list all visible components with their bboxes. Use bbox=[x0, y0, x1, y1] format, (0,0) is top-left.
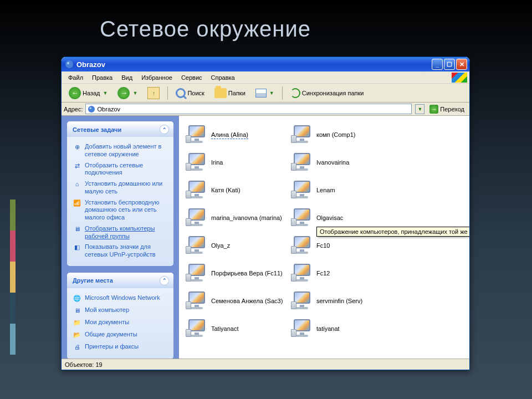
menu-favorites[interactable]: Избранное bbox=[137, 73, 177, 83]
address-value: Obrazov bbox=[98, 106, 121, 112]
computer-icon bbox=[187, 264, 207, 284]
place-printers[interactable]: 🖨Принтеры и факсы bbox=[73, 341, 169, 354]
computer-item[interactable]: Tatiyanact bbox=[185, 315, 290, 343]
menu-help[interactable]: Справка bbox=[207, 73, 239, 83]
workgroup-icon: 🖥 bbox=[73, 225, 81, 234]
views-dropdown-icon[interactable]: ▼ bbox=[269, 90, 274, 96]
sync-button[interactable]: Синхронизация папки bbox=[287, 86, 368, 100]
task-setup-wireless[interactable]: 📶Установить беспроводную домашнюю сеть и… bbox=[73, 197, 169, 223]
task-add-network-place[interactable]: ⊕Добавить новый элемент в сетевое окруже… bbox=[73, 141, 169, 160]
sync-icon bbox=[290, 88, 300, 98]
computer-icon bbox=[187, 319, 207, 339]
views-button[interactable]: ▼ bbox=[252, 87, 278, 99]
network-tasks-panel: Сетевые задачи ⌃ ⊕Добавить новый элемент… bbox=[67, 121, 173, 266]
search-icon bbox=[176, 88, 186, 98]
menu-edit[interactable]: Правка bbox=[88, 73, 117, 83]
place-my-documents[interactable]: 📁Мои документы bbox=[73, 317, 169, 329]
close-button[interactable]: ✕ bbox=[456, 59, 467, 70]
menu-tools[interactable]: Сервис bbox=[177, 73, 207, 83]
maximize-button[interactable]: ☐ bbox=[444, 59, 455, 70]
back-label: Назад bbox=[83, 90, 100, 96]
computer-item[interactable]: Семенова Анжела (Sac3) bbox=[185, 288, 290, 315]
computer-label: Lenam bbox=[316, 187, 335, 194]
upnp-icon: ◧ bbox=[73, 243, 81, 252]
toolbar-separator bbox=[282, 86, 283, 100]
chevron-up-icon[interactable]: ⌃ bbox=[160, 276, 169, 285]
file-list-area[interactable]: Алина (Alina)комп (Comp1)IrinaIvanovairi… bbox=[179, 116, 469, 359]
home-network-icon: ⌂ bbox=[73, 180, 81, 189]
back-dropdown-icon[interactable]: ▼ bbox=[103, 90, 108, 96]
computer-icon bbox=[187, 208, 207, 228]
other-places-panel: Другие места ⌃ 🌐Microsoft Windows Networ… bbox=[67, 273, 173, 359]
sync-label: Синхронизация папки bbox=[302, 90, 364, 96]
back-button[interactable]: ← Назад ▼ bbox=[65, 85, 111, 101]
panel-header[interactable]: Другие места ⌃ bbox=[67, 273, 173, 288]
menu-view[interactable]: Вид bbox=[117, 73, 137, 83]
computer-label: marina_ivanovna (marina) bbox=[211, 214, 282, 222]
slide-title: Сетевое окружение bbox=[0, 0, 532, 47]
computer-item[interactable]: servminfin (Serv) bbox=[290, 288, 395, 315]
computer-label: Fc12 bbox=[316, 270, 330, 277]
computer-item[interactable]: Порфирьева Вера (Fc11) bbox=[185, 260, 290, 288]
forward-dropdown-icon[interactable]: ▼ bbox=[132, 90, 137, 96]
task-show-connections[interactable]: ⇄Отобразить сетевые подключения bbox=[73, 160, 169, 179]
computer-label: Порфирьева Вера (Fc11) bbox=[211, 270, 283, 277]
computer-item[interactable]: комп (Comp1) bbox=[290, 121, 395, 149]
tooltip: Отображение компьютеров, принадлежащих т… bbox=[316, 227, 469, 237]
computer-icon bbox=[292, 264, 312, 284]
computer-icon bbox=[187, 125, 207, 145]
address-input[interactable]: Obrazov bbox=[85, 104, 412, 114]
go-label: Переход bbox=[440, 106, 464, 112]
network-places-icon bbox=[65, 60, 74, 69]
place-windows-network[interactable]: 🌐Microsoft Windows Network bbox=[73, 293, 169, 305]
forward-arrow-icon: → bbox=[117, 87, 130, 99]
forward-button[interactable]: → ▼ bbox=[114, 85, 141, 101]
up-button[interactable]: ↑ bbox=[144, 85, 163, 101]
svg-point-3 bbox=[89, 107, 91, 109]
views-icon bbox=[255, 89, 267, 98]
task-show-upnp[interactable]: ◧Показывать значки для сетевых UPnP-устр… bbox=[73, 242, 169, 260]
windows-flag-icon bbox=[452, 73, 467, 83]
menu-file[interactable]: Файл bbox=[64, 73, 88, 83]
task-view-workgroup[interactable]: 🖥Отобразить компьютеры рабочей группы bbox=[73, 223, 169, 242]
folders-label: Папки bbox=[228, 90, 245, 96]
tasks-pane: Сетевые задачи ⌃ ⊕Добавить новый элемент… bbox=[62, 116, 179, 359]
go-arrow-icon: → bbox=[429, 105, 438, 114]
address-dropdown-icon[interactable]: ▼ bbox=[415, 104, 424, 114]
computer-item[interactable]: Olya_z bbox=[185, 232, 290, 260]
place-my-computer[interactable]: 🖥Мой компьютер bbox=[73, 305, 169, 317]
task-setup-home-network[interactable]: ⌂Установить домашнюю или малую сеть bbox=[73, 178, 169, 197]
computer-icon bbox=[292, 208, 312, 228]
computer-item[interactable]: Fc12 bbox=[290, 260, 395, 288]
computer-label: Olya_z bbox=[211, 242, 230, 249]
network-places-icon bbox=[88, 105, 95, 113]
network-icon: ⇄ bbox=[73, 162, 81, 171]
search-button[interactable]: Поиск bbox=[172, 86, 208, 100]
folder-up-icon: ↑ bbox=[147, 87, 160, 99]
minimize-button[interactable]: _ bbox=[432, 59, 443, 70]
computer-item[interactable]: Ivanovairina bbox=[290, 149, 395, 177]
computer-icon bbox=[292, 291, 312, 311]
computer-item[interactable]: Irina bbox=[185, 149, 290, 177]
go-button[interactable]: → Переход bbox=[427, 104, 467, 115]
computer-label: servminfin (Serv) bbox=[316, 298, 362, 305]
computer-item[interactable]: Алина (Alina) bbox=[185, 121, 290, 149]
address-label: Адрес: bbox=[64, 106, 83, 112]
chevron-up-icon[interactable]: ⌃ bbox=[160, 125, 169, 134]
printer-icon: 🖨 bbox=[73, 343, 81, 352]
folders-button[interactable]: Папки bbox=[211, 86, 249, 100]
menubar: Файл Правка Вид Избранное Сервис Справка bbox=[62, 71, 469, 84]
computer-icon bbox=[187, 236, 207, 256]
titlebar[interactable]: Obrazov _ ☐ ✕ bbox=[62, 57, 469, 71]
search-label: Поиск bbox=[187, 90, 204, 96]
computer-label: Катя (Kati) bbox=[211, 187, 241, 194]
computer-item[interactable]: Катя (Kati) bbox=[185, 177, 290, 204]
computer-label: Алина (Alina) bbox=[211, 131, 248, 139]
computer-item[interactable]: marina_ivanovna (marina) bbox=[185, 204, 290, 232]
panel-header[interactable]: Сетевые задачи ⌃ bbox=[67, 121, 173, 137]
computer-item[interactable]: Lenam bbox=[290, 177, 395, 204]
addressbar: Адрес: Obrazov ▼ → Переход bbox=[62, 103, 469, 116]
place-shared-documents[interactable]: 📂Общие документы bbox=[73, 329, 169, 341]
computer-item[interactable]: tatiyanat bbox=[290, 315, 395, 343]
computer-label: Olgavisac bbox=[316, 214, 343, 222]
